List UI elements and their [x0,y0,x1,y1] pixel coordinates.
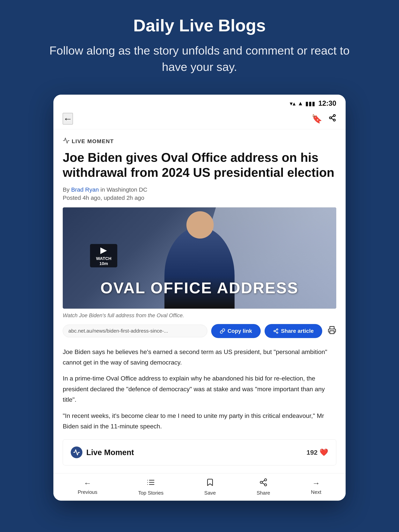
svg-line-20 [262,483,265,484]
live-badge-text: LIVE MOMENT [72,138,114,145]
share-article-label: Share article [281,328,314,334]
share-bar: abc.net.au/news/biden-first-address-sinc… [63,324,336,338]
previous-label: Previous [78,489,97,495]
copy-link-label: Copy link [228,328,252,334]
article-meta: By Brad Ryan in Washington DC [63,186,336,193]
bottom-nav-previous[interactable]: ← Previous [78,479,97,495]
live-badge: LIVE MOMENT [63,137,336,146]
top-stories-icon [147,478,155,488]
live-moment-icon [71,447,82,458]
share-nav-label: Share [257,490,270,496]
article-body: Joe Biden says he believes he's earned a… [63,347,336,432]
video-overlay-text: OVAL OFFICE ADDRESS [101,279,299,297]
share-article-button[interactable]: Share article [264,324,322,338]
video-play-button[interactable]: ▶ WATCH10m [90,244,117,267]
status-bar: ▾▴ ▲ ▮▮▮ 12:30 [53,95,346,110]
share-icon[interactable] [328,114,336,124]
live-badge-icon [63,137,70,146]
svg-line-9 [275,330,277,331]
video-caption: Watch Joe Biden's full address from the … [63,313,336,319]
video-container[interactable]: ▶ WATCH10m OVAL OFFICE ADDRESS [63,207,336,309]
status-time: 12:30 [318,99,336,108]
page-header: Daily Live Blogs Follow along as the sto… [0,0,399,87]
bottom-nav-share[interactable]: Share [257,478,270,496]
article-content: LIVE MOMENT Joe Biden gives Oval Office … [53,129,346,473]
play-icon: ▶ [100,245,107,255]
svg-line-8 [275,331,277,332]
live-moment-card-title: Live Moment [86,448,134,457]
top-stories-label: Top Stories [138,490,163,496]
live-moment-count: 192 ❤️ [306,448,328,456]
live-moment-left: Live Moment [71,447,134,458]
heart-icon: ❤️ [320,448,328,456]
svg-line-3 [331,118,333,120]
copy-link-button[interactable]: Copy link [211,324,261,338]
svg-rect-10 [330,331,334,334]
status-icons: ▾▴ ▲ ▮▮▮ [290,100,315,107]
video-placeholder: ▶ WATCH10m OVAL OFFICE ADDRESS [63,207,336,309]
page-subtitle: Follow along as the story unfolds and co… [39,43,360,75]
share-nav-icon [259,478,268,488]
nav-right-icons: 🔖 [312,114,336,124]
article-time: Posted 4h ago, updated 2h ago [63,195,336,201]
signal-icon: ▲ [297,100,303,107]
bottom-nav-save[interactable]: Save [204,478,216,496]
nav-bar: ← 🔖 [53,110,346,129]
print-icon[interactable] [328,326,336,336]
article-paragraph-1: Joe Biden says he believes he's earned a… [63,347,336,368]
bottom-nav-top-stories[interactable]: Top Stories [138,478,163,496]
article-paragraph-2: In a prime-time Oval Office address to e… [63,373,336,405]
back-button[interactable]: ← [63,113,73,124]
save-label: Save [204,490,216,496]
next-label: Next [311,489,321,495]
author-link[interactable]: Brad Ryan [71,186,99,193]
phone-mockup: ▾▴ ▲ ▮▮▮ 12:30 ← 🔖 LIVE MOMENT Joe Biden… [53,95,346,501]
svg-line-4 [331,116,333,117]
wifi-icon: ▾▴ [290,100,296,107]
previous-arrow-icon: ← [84,479,91,488]
live-moment-card[interactable]: Live Moment 192 ❤️ [63,439,336,465]
page-title: Daily Live Blogs [39,16,360,35]
article-paragraph-3: "In recent weeks, it's become clear to m… [63,411,336,432]
save-icon [206,478,214,488]
bottom-nav-next[interactable]: → Next [311,479,321,495]
watch-label: WATCH10m [96,256,111,266]
battery-icon: ▮▮▮ [305,100,315,107]
bookmark-icon[interactable]: 🔖 [312,114,322,124]
bottom-nav: ← Previous Top Stories Save Share → Next [53,473,346,501]
share-url: abc.net.au/news/biden-first-address-sinc… [63,325,207,337]
next-arrow-icon: → [312,479,320,488]
article-title: Joe Biden gives Oval Office address on h… [63,150,336,180]
live-moment-number: 192 [306,449,318,456]
svg-line-21 [262,480,265,482]
